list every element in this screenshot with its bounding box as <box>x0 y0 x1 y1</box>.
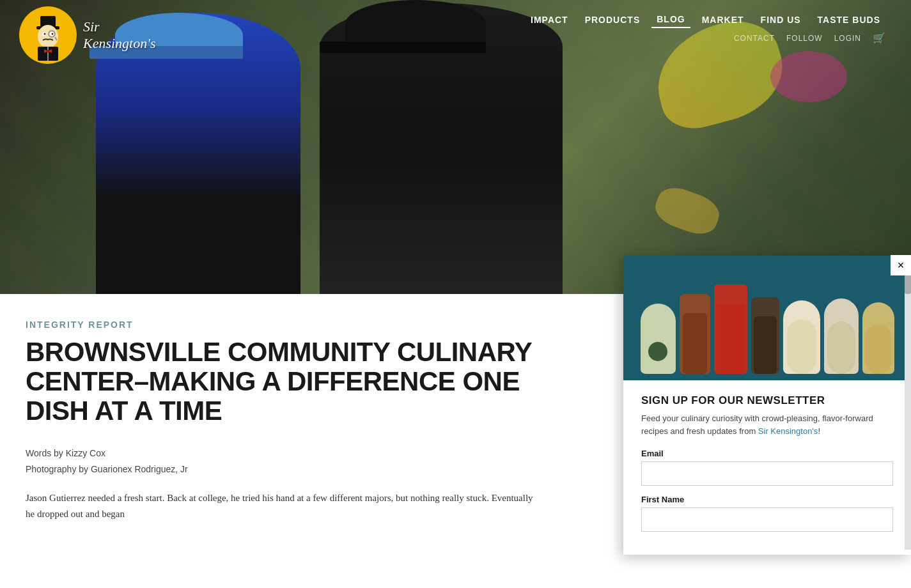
article-title: BROWNSVILLE COMMUNITY CULINARY CENTER–MA… <box>26 337 537 426</box>
svg-point-13 <box>47 50 49 52</box>
nav-taste-buds[interactable]: TASTE BUDS <box>813 12 885 27</box>
article-category: INTEGRITY REPORT <box>26 320 537 330</box>
popup-product-image <box>623 256 911 380</box>
bottle-5 <box>783 300 820 374</box>
nav-contact[interactable]: CONTACT <box>734 34 775 43</box>
nav-blog[interactable]: BLOG <box>651 12 690 28</box>
email-input[interactable] <box>641 461 893 486</box>
newsletter-popup: × <box>623 256 911 555</box>
article-photography-by: Photography by Guarionex Rodriguez, Jr <box>26 461 537 477</box>
bottle-4 <box>751 297 779 374</box>
bottle-1 <box>641 304 676 374</box>
bottle-2 <box>680 294 710 374</box>
article-body: Jason Gutierrez needed a fresh start. Ba… <box>26 490 537 523</box>
product-bottles <box>641 284 894 380</box>
popup-close-button[interactable]: × <box>891 255 911 275</box>
nav-login[interactable]: LOGIN <box>834 34 861 43</box>
newsletter-brand-link[interactable]: Sir Kensington's <box>758 426 818 436</box>
newsletter-title: SIGN UP FOR OUR NEWSLETTER <box>641 394 893 407</box>
bottle-6 <box>824 298 859 374</box>
nav-products[interactable]: PRODUCTS <box>580 12 646 27</box>
main-nav: IMPACT PRODUCTS BLOG MARKET FIND US TAST… <box>0 0 911 44</box>
article-words-by: Words by Kizzy Cox <box>26 445 537 461</box>
first-name-label: First Name <box>641 495 893 504</box>
bottle-7 <box>862 302 894 374</box>
newsletter-desc: Feed your culinary curiosity with crowd-… <box>641 412 893 437</box>
nav-follow[interactable]: FOLLOW <box>786 34 823 43</box>
first-name-input[interactable] <box>641 507 893 532</box>
nav-market[interactable]: MARKET <box>697 12 749 27</box>
nav-impact[interactable]: IMPACT <box>526 12 573 27</box>
bottle-3 <box>714 284 747 374</box>
cart-icon[interactable]: 🛒 <box>873 32 885 44</box>
nav-find-us[interactable]: FIND US <box>756 12 806 27</box>
email-label: Email <box>641 449 893 458</box>
